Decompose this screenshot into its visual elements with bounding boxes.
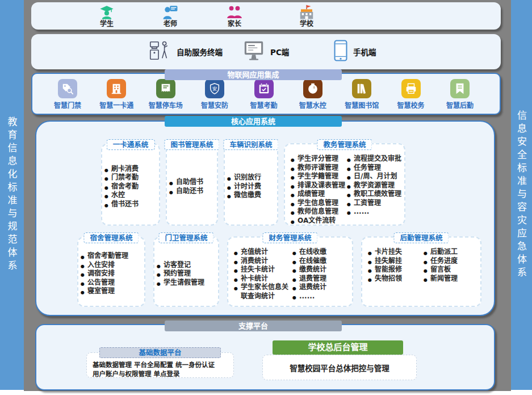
iot-item: 智慧校务 — [388, 79, 434, 114]
feature-item: 识别放行 — [227, 173, 275, 182]
feature-item: 自助还书 — [169, 187, 215, 196]
system-box: 图书管理系统自助借书自助还书 — [166, 143, 218, 226]
feature-item: 微信缴费 — [227, 191, 275, 200]
left-standards-bar: 教育信息化标准与规范体系 — [0, 0, 24, 390]
feature-item: 退费统计 — [292, 283, 350, 292]
feature-item: 挂失解挂 — [368, 257, 422, 266]
support-platform-banner: 支撑平台 — [165, 321, 342, 331]
feature-item: 学生请假管理 — [157, 278, 216, 288]
feature-item: 预约管理 — [157, 269, 216, 278]
feature-item: 成绩管理 — [291, 190, 346, 199]
feature-item: 后勤派工 — [424, 248, 478, 257]
left-standards-label: 教育信息化标准与规范体系 — [5, 117, 19, 273]
system-box: 教务管理系统学生评分管理教师评课管理学生学籍管理排课及课表管理成绩管理学生信息管… — [284, 143, 405, 226]
right-standards-label: 信息安全标准与容灾应急体系 — [514, 110, 529, 280]
parents-icon — [209, 5, 260, 20]
system-feature-list: 宿舍考勤管理入住安排调宿安排公告管理寝室管理 — [81, 252, 142, 296]
terminal-item: 手机端 — [333, 34, 376, 69]
feature-item: 任务管理 — [347, 164, 402, 173]
system-title: 宿舍管理系统 — [83, 232, 139, 243]
feature-item: 留言板 — [424, 265, 478, 275]
school-admin-platform-description: 智慧校园平台总体把控与管理 — [262, 355, 417, 380]
role-item: 学校 — [281, 5, 332, 28]
system-feature-list: 学生评分管理教师评课管理学生学籍管理排课及课表管理成绩管理学生信息管理教师信息管… — [291, 155, 346, 221]
iot-label: 智慧门禁 — [45, 100, 90, 110]
feature-item: 日/周、月计划 — [347, 172, 402, 181]
door-access-icon — [58, 79, 77, 98]
system-feature-columns: 宿舍考勤管理入住安排调宿安排公告管理寝室管理 — [78, 238, 144, 306]
feature-item: 补卡统计 — [234, 275, 291, 284]
core-systems-row-2: 宿舍管理系统宿舍考勤管理入住安排调宿安排公告管理寝室管理门卫管理系统访客登记预约… — [77, 236, 481, 307]
terminal-label: PC端 — [270, 46, 289, 57]
feature-item: 刷卡消费 — [104, 165, 157, 174]
school-admin-platform-title: 学校总后台管理 — [273, 340, 403, 355]
system-feature-columns: 充值统计消费统计挂失卡统计补卡统计学生家长信息关联查询统计在线收缴在线催缴缴费统… — [228, 238, 352, 306]
system-title: 车辆识别系统 — [223, 139, 278, 150]
base-data-line: 基础数据管理 平台全局配置 统一身份认证 — [93, 360, 233, 369]
iot-label: 智慧一卡通 — [94, 100, 139, 110]
feature-item: 新闻管理 — [424, 275, 478, 284]
role-label: 家长 — [209, 20, 260, 28]
phone-icon — [333, 40, 348, 64]
iot-label: 智慧后勤 — [437, 100, 483, 110]
svg-text:安: 安 — [212, 86, 217, 92]
iot-item: 智慧一卡通 — [94, 79, 139, 114]
feature-item: 智能报修 — [368, 265, 422, 275]
role-item: 学生 — [81, 5, 132, 28]
system-title: 图书管理系统 — [164, 139, 219, 150]
feature-item: 充值统计 — [234, 248, 291, 257]
system-feature-list: 后勤派工任务进度留言板新闻管理 — [424, 248, 478, 302]
system-feature-columns: 访客登记预约管理学生请假管理 — [154, 238, 218, 306]
system-feature-list: 识别放行计时计费微信缴费 — [227, 173, 275, 200]
iot-label: 智慧停车场 — [143, 100, 188, 110]
system-title: 一卡通系统 — [107, 139, 155, 150]
feature-item: 教师信息管理 — [291, 207, 346, 217]
feature-item: 调宿安排 — [81, 269, 142, 278]
iot-label: 智慧校务 — [388, 100, 434, 110]
system-box: 宿舍管理系统宿舍考勤管理入住安排调宿安排公告管理寝室管理 — [77, 236, 145, 307]
feature-item: 失物招领 — [368, 275, 422, 284]
feature-item: OA文件流转 — [291, 217, 346, 226]
system-feature-columns: 卡片挂失挂失解挂智能报修失物招领后勤派工任务进度留言板新闻管理 — [362, 238, 480, 306]
role-item: 老师 — [145, 5, 196, 28]
iot-item: 智慧考勤 — [241, 79, 287, 114]
feature-item: 学生家长信息关联查询统计 — [234, 283, 291, 301]
feature-item: 消费统计 — [234, 257, 291, 266]
kiosk-icon — [148, 39, 171, 64]
smart-campus-architecture-diagram: 教育信息化标准与规范体系 信息安全标准与容灾应急体系 学生老师家长学校 自助服务… — [0, 0, 532, 395]
role-label: 老师 — [145, 20, 196, 28]
parking-icon — [156, 79, 175, 98]
feature-item: 任务进度 — [424, 257, 478, 266]
iot-item: 智慧后勤 — [437, 79, 483, 114]
iot-integration-banner: 物联网应用集成 — [165, 69, 342, 80]
system-feature-list: 访客登记预约管理学生请假管理 — [157, 261, 216, 288]
feature-item: 访客登记 — [157, 261, 216, 270]
water-icon — [303, 79, 322, 98]
feature-item: 教职工绩效管理 — [347, 190, 402, 199]
terminal-label: 手机端 — [353, 46, 376, 57]
feature-item: ...... — [292, 292, 350, 301]
feature-item: 学生信息管理 — [291, 199, 346, 208]
iot-label: 智慧水控 — [290, 100, 336, 110]
graduate-icon — [81, 5, 132, 20]
library-icon — [352, 79, 371, 98]
system-box: 门卫管理系统访客登记预约管理学生请假管理 — [153, 236, 219, 307]
feature-item: 入住安排 — [81, 261, 142, 270]
base-data-platform-title: 基础数据平台 — [99, 347, 221, 358]
feature-item: 计时计费 — [227, 182, 275, 192]
feature-item: 学生评分管理 — [291, 155, 346, 164]
base-data-line: 用户账户与权限管理 单点登录 — [93, 369, 233, 379]
iot-label: 智慧图书馆 — [339, 100, 384, 110]
system-box: 车辆识别系统识别放行计时计费微信缴费 — [224, 143, 278, 226]
attendance-icon — [254, 79, 274, 98]
logistics-icon — [450, 79, 470, 98]
system-feature-list: 流程提交及审批任务管理日/周、月计划教学资源管理教职工绩效管理工资管理.....… — [347, 155, 402, 221]
onecard-icon — [107, 79, 126, 98]
user-roles-panel: 学生老师家长学校 — [31, 2, 501, 30]
right-standards-bar: 信息安全标准与容灾应急体系 — [511, 0, 532, 390]
school-icon — [281, 5, 332, 20]
system-feature-list: 自助借书自助还书 — [169, 178, 215, 196]
iot-item: 智慧水控 — [290, 79, 336, 114]
feature-item: 公告管理 — [81, 278, 142, 288]
support-platform-panel: 基础数据平台 基础数据管理 平台全局配置 统一身份认证 用户账户与权限管理 单点… — [35, 324, 495, 390]
